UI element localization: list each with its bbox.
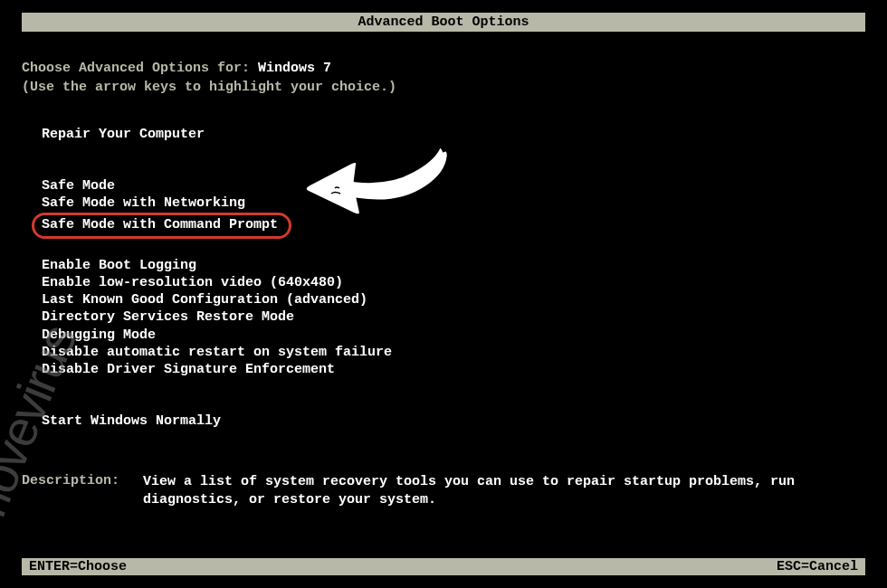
menu-item-boot-logging[interactable]: Enable Boot Logging [42, 257, 865, 274]
description-text: View a list of system recovery tools you… [143, 473, 865, 508]
title-bar: Advanced Boot Options [22, 13, 865, 32]
menu-item-safe-mode[interactable]: Safe Mode [42, 177, 865, 194]
menu-item-last-known-good[interactable]: Last Known Good Configuration (advanced) [42, 291, 865, 308]
page-title: Advanced Boot Options [358, 14, 529, 30]
menu-item-safe-mode-networking[interactable]: Safe Mode with Networking [42, 194, 865, 212]
menu-item-ds-restore[interactable]: Directory Services Restore Mode [42, 308, 865, 326]
menu-item-repair[interactable]: Repair Your Computer [42, 126, 865, 143]
subtitle-line: Choose Advanced Options for: Windows 7 [22, 61, 865, 76]
footer-enter: ENTER=Choose [29, 559, 127, 574]
boot-menu[interactable]: Repair Your Computer Safe Mode Safe Mode… [42, 126, 865, 430]
footer-bar: ENTER=Choose ESC=Cancel [22, 558, 865, 575]
menu-item-low-res[interactable]: Enable low-resolution video (640x480) [42, 274, 865, 291]
menu-item-no-driver-sig[interactable]: Disable Driver Signature Enforcement [42, 361, 865, 378]
description-block: Description: View a list of system recov… [22, 473, 865, 508]
hint-text: (Use the arrow keys to highlight your ch… [22, 80, 865, 95]
menu-item-no-auto-restart[interactable]: Disable automatic restart on system fail… [42, 344, 865, 361]
menu-item-safe-mode-cmd-highlighted[interactable]: Safe Mode with Command Prompt [32, 213, 291, 239]
menu-item-start-normally[interactable]: Start Windows Normally [42, 413, 865, 430]
subtitle-prefix: Choose Advanced Options for: [22, 61, 258, 76]
menu-item-safe-mode-cmd[interactable]: Safe Mode with Command Prompt [42, 216, 278, 233]
os-name: Windows 7 [258, 61, 331, 76]
footer-esc: ESC=Cancel [777, 559, 858, 574]
menu-item-debugging[interactable]: Debugging Mode [42, 327, 865, 344]
description-label: Description: [22, 473, 143, 508]
